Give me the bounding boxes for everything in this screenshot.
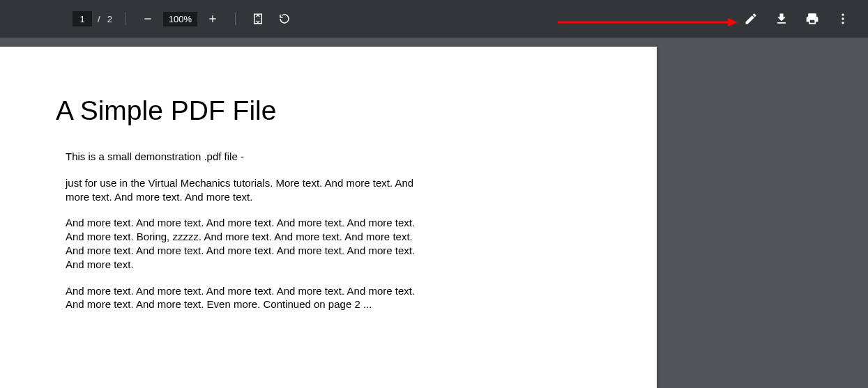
toolbar-right-group xyxy=(740,8,854,30)
document-paragraph: This is a small demonstration .pdf file … xyxy=(66,150,421,164)
page-total: 2 xyxy=(106,14,114,24)
download-icon xyxy=(775,12,789,26)
more-vertical-icon xyxy=(836,12,850,26)
fit-page-button[interactable] xyxy=(247,8,269,30)
divider xyxy=(125,13,125,25)
page-separator: / xyxy=(96,14,102,24)
svg-point-4 xyxy=(842,14,844,16)
document-paragraph: just for use in the Virtual Mechanics tu… xyxy=(66,176,421,204)
print-button[interactable] xyxy=(801,8,823,30)
fit-page-icon xyxy=(252,13,264,25)
more-menu-button[interactable] xyxy=(832,8,854,30)
page-number-input[interactable]: 1 xyxy=(73,11,92,26)
edit-button[interactable] xyxy=(740,8,762,30)
svg-point-6 xyxy=(842,22,844,24)
svg-point-5 xyxy=(842,17,844,20)
rotate-button[interactable] xyxy=(273,8,296,30)
plus-icon xyxy=(207,13,218,24)
zoom-percent[interactable]: 100% xyxy=(163,12,197,26)
document-paragraph: And more text. And more text. And more t… xyxy=(66,284,421,312)
pdf-page: A Simple PDF File This is a small demons… xyxy=(0,47,657,388)
rotate-icon xyxy=(278,13,291,25)
toolbar-left-group: 1 / 2 100% xyxy=(73,8,296,30)
minus-icon xyxy=(142,13,153,24)
zoom-in-button[interactable] xyxy=(201,8,224,30)
divider xyxy=(235,13,236,25)
document-paragraph: And more text. And more text. And more t… xyxy=(66,216,421,271)
pdf-toolbar: 1 / 2 100% xyxy=(0,0,868,38)
document-title: A Simple PDF File xyxy=(56,95,601,126)
print-icon xyxy=(805,12,819,26)
pencil-icon xyxy=(744,12,758,26)
zoom-out-button[interactable] xyxy=(137,8,159,30)
page-viewport[interactable]: A Simple PDF File This is a small demons… xyxy=(0,38,868,388)
download-button[interactable] xyxy=(770,8,793,30)
